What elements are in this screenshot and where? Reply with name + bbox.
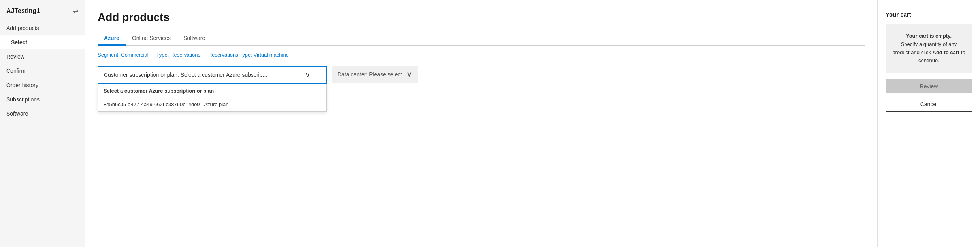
sidebar-item-add-products[interactable]: Add products [0, 21, 85, 35]
sidebar-item-confirm[interactable]: Confirm [0, 64, 85, 78]
subscription-menu-item[interactable]: 8e5b6c05-a477-4a49-662f-c38760b14de9 - A… [98, 97, 326, 111]
cancel-button[interactable]: Cancel [886, 97, 972, 112]
cart-add-to-cart-label: Add to cart [933, 49, 960, 55]
sidebar-header: AJTesting1 ⇌ [0, 0, 85, 21]
sidebar-item-review[interactable]: Review [0, 49, 85, 64]
cart-title: Your cart [886, 11, 972, 18]
cart-empty-title: Your cart is empty. [892, 32, 966, 40]
datacenter-dropdown-chevron: ∨ [407, 70, 412, 79]
datacenter-dropdown[interactable]: Data center: Please select ∨ [332, 66, 418, 83]
sidebar-item-select[interactable]: Select [0, 35, 85, 49]
subscription-dropdown-chevron: ∨ [305, 70, 310, 79]
filter-type[interactable]: Type: Reservations [156, 52, 200, 58]
datacenter-dropdown-label: Data center: Please select [337, 71, 402, 78]
right-panel: Your cart Your cart is empty. Specify a … [877, 0, 980, 247]
sidebar-item-order-history[interactable]: Order history [0, 78, 85, 92]
sidebar-toggle-icon[interactable]: ⇌ [73, 7, 78, 15]
subscription-dropdown[interactable]: Customer subscription or plan: Select a … [98, 66, 327, 84]
filter-reservations-type[interactable]: Reservations Type: Virtual machine [208, 52, 289, 58]
cart-empty-box: Your cart is empty. Specify a quantity o… [886, 24, 972, 73]
subscription-dropdown-menu: Select a customer Azure subscription or … [98, 84, 327, 112]
subscription-dropdown-label: Customer subscription or plan: Select a … [104, 72, 267, 78]
sidebar-item-software[interactable]: Software [0, 106, 85, 121]
tab-azure[interactable]: Azure [98, 32, 126, 46]
tab-online-services[interactable]: Online Services [126, 32, 177, 46]
tabs-bar: Azure Online Services Software [98, 32, 865, 46]
filter-segment[interactable]: Segment: Commercial [98, 52, 149, 58]
subscription-menu-header: Select a customer Azure subscription or … [98, 84, 326, 97]
sidebar-title: AJTesting1 [6, 8, 40, 15]
page-title: Add products [98, 11, 865, 24]
filters-row: Segment: Commercial Type: Reservations R… [98, 52, 865, 58]
subscription-dropdown-container: Customer subscription or plan: Select a … [98, 66, 327, 84]
controls-row: Customer subscription or plan: Select a … [98, 66, 865, 84]
review-button: Review [886, 79, 972, 93]
sidebar-nav: Add products Select Review Confirm Order… [0, 21, 85, 121]
cart-empty-description: Specify a quantity of any product and cl… [892, 40, 966, 65]
tab-software[interactable]: Software [177, 32, 211, 46]
sidebar: AJTesting1 ⇌ Add products Select Review … [0, 0, 85, 247]
main-content: Add products Azure Online Services Softw… [85, 0, 877, 247]
sidebar-item-subscriptions[interactable]: Subscriptions [0, 92, 85, 106]
